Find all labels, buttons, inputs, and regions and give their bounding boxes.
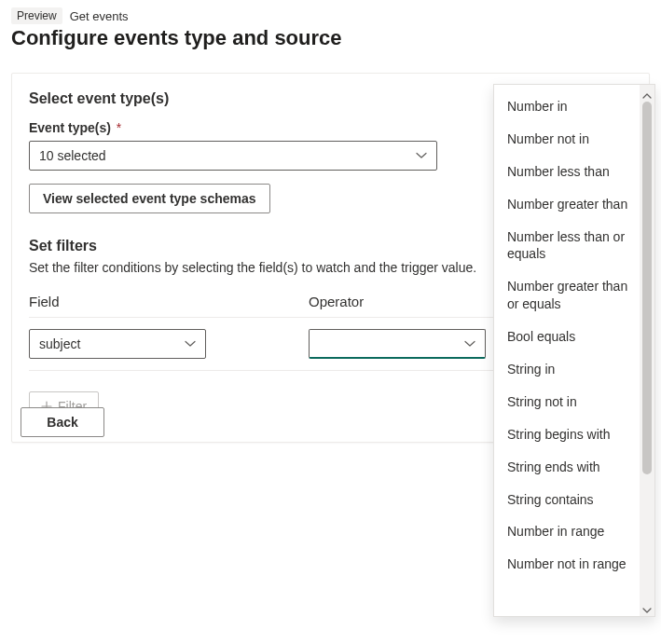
operator-option[interactable]: Number not in range (507, 548, 636, 581)
operator-select[interactable] (309, 329, 486, 359)
scrollbar-thumb[interactable] (642, 102, 652, 474)
operator-option[interactable]: String not in (507, 386, 636, 418)
operator-option[interactable]: Bool equals (507, 321, 636, 353)
preview-badge: Preview (11, 7, 62, 24)
operator-option[interactable]: Number not in (507, 123, 636, 156)
chevron-down-icon (185, 338, 196, 349)
operator-option-list: Number inNumber not inNumber less thanNu… (494, 85, 640, 616)
operator-option[interactable]: String ends with (507, 451, 636, 484)
operator-option[interactable]: Number less than or equals (507, 221, 636, 271)
field-select-value: subject (39, 336, 80, 351)
event-types-select-value: 10 selected (39, 148, 106, 163)
back-button[interactable]: Back (21, 407, 104, 437)
chevron-down-icon (416, 150, 427, 161)
event-types-field-label-text: Event type(s) (29, 120, 111, 135)
breadcrumb-step: Get events (70, 9, 129, 23)
operator-option[interactable]: String contains (507, 484, 636, 516)
page-title: Configure events type and source (11, 26, 650, 50)
column-field-label: Field (29, 294, 206, 309)
view-schemas-button[interactable]: View selected event type schemas (29, 184, 270, 213)
operator-dropdown-flyout: Number inNumber not inNumber less thanNu… (493, 84, 655, 617)
required-marker: * (117, 120, 121, 135)
breadcrumb: Preview Get events (11, 7, 650, 24)
scroll-down-icon (642, 603, 652, 612)
column-operator-label: Operator (309, 294, 364, 309)
operator-option[interactable]: Number less than (507, 156, 636, 188)
operator-option[interactable]: Number greater than (507, 188, 636, 221)
event-types-select[interactable]: 10 selected (29, 141, 437, 171)
operator-option[interactable]: String in (507, 353, 636, 386)
chevron-down-icon (464, 338, 475, 349)
operator-option[interactable]: String begins with (507, 418, 636, 451)
view-schemas-button-label: View selected event type schemas (43, 191, 256, 206)
operator-option[interactable]: Number greater than or equals (507, 270, 636, 321)
field-select[interactable]: subject (29, 329, 206, 359)
operator-option[interactable]: Number in (507, 90, 636, 123)
back-button-label: Back (47, 415, 77, 430)
scroll-up-icon (642, 89, 652, 98)
operator-option[interactable]: Number in range (507, 515, 636, 548)
scrollbar[interactable] (640, 85, 654, 616)
